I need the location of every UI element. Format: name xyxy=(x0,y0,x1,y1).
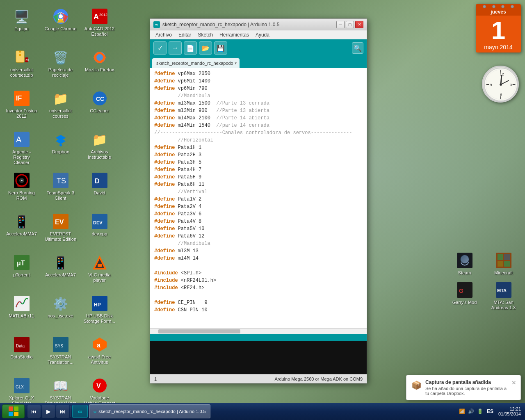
svg-point-3 xyxy=(59,14,63,18)
svg-text:IF: IF xyxy=(16,95,22,102)
taskbar-arduino-app[interactable]: ∞ sketch_receptor_mando_rc_hexapodo | Ar… xyxy=(89,404,210,418)
desktop-icon-ccleaner[interactable]: CC CCleaner xyxy=(82,88,117,127)
svg-rect-65 xyxy=(504,254,510,260)
svg-text:ZIP: ZIP xyxy=(25,58,29,62)
svg-text:μT: μT xyxy=(17,260,25,267)
taskbar: ⏮ ▶ ⏭ ∞ ∞ sketch_receptor_mando_rc_hexap… xyxy=(0,403,525,420)
window-controls: ─ □ ✕ xyxy=(336,21,363,28)
serial-monitor-button[interactable]: 🔍 xyxy=(352,42,363,54)
desktop-icon-steam[interactable]: Steam xyxy=(447,250,482,278)
desktop-icon-inventor[interactable]: IF Inventor Fusion 2012 xyxy=(4,88,39,127)
arduino-window: ∞ sketch_receptor_mando_rc_hexapodo | Ar… xyxy=(150,18,367,383)
minimize-button[interactable]: ─ xyxy=(336,21,345,28)
desktop-icon-teamspeak[interactable]: TS TeamSpeak 3 Client xyxy=(43,170,78,209)
verify-button[interactable]: ✓ xyxy=(153,41,167,55)
calendar-rings xyxy=(476,4,521,8)
desktop-icon-mta[interactable]: MTA MTA: San Andreas 1.3 xyxy=(486,280,521,313)
menu-sketch[interactable]: Sketch xyxy=(194,31,216,39)
calendar-month-year: mayo 2014 xyxy=(476,43,521,52)
desktop-icons-left: 🖥️ Equipo Google Chrome xyxy=(2,4,121,420)
menu-archivo[interactable]: Archivo xyxy=(152,31,175,39)
svg-rect-10 xyxy=(19,52,21,54)
desktop-icon-datastudio[interactable]: Data DataStudio xyxy=(4,334,39,373)
tab-dropdown-icon[interactable]: ▼ xyxy=(234,62,237,65)
new-button[interactable]: 📄 xyxy=(184,41,197,55)
svg-text:A: A xyxy=(16,135,22,144)
taskbar-arduino-icon[interactable]: ∞ xyxy=(72,405,88,418)
taskbar-media-previous[interactable]: ⏮ xyxy=(27,405,41,418)
desktop-icon-matlab[interactable]: MATLAB r11 xyxy=(4,293,39,332)
svg-text:DEV: DEV xyxy=(93,220,103,225)
svg-rect-67 xyxy=(504,261,510,267)
taskbar-media-next[interactable]: ⏭ xyxy=(56,405,69,418)
notification-close-button[interactable]: ✕ xyxy=(511,379,516,386)
desktop-icon-dropbox[interactable]: Dropbox xyxy=(43,129,78,168)
svg-text:NERO: NERO xyxy=(17,184,26,188)
upload-button[interactable]: → xyxy=(169,41,182,55)
svg-line-82 xyxy=(501,75,502,84)
svg-point-84 xyxy=(500,83,502,86)
tab-sketch[interactable]: sketch_receptor_mando_rc_hexapodo ▼ xyxy=(152,58,240,68)
svg-rect-66 xyxy=(498,261,503,267)
start-button[interactable] xyxy=(2,404,25,418)
calendar-day-number: 1 xyxy=(476,16,521,43)
desktop-icon-accelero2[interactable]: 📱 AcceleroMMA7 xyxy=(43,252,78,291)
svg-text:a: a xyxy=(97,342,100,349)
desktop-icon-universalkit-zip[interactable]: ZIP universalkit courses.zip xyxy=(4,47,39,86)
horizontal-scrollbar[interactable] xyxy=(150,328,367,334)
console-area xyxy=(150,341,367,374)
window-title: sketch_receptor_mando_rc_hexapodo | Ardu… xyxy=(162,22,336,27)
tray-volume-icon[interactable]: 🔊 xyxy=(468,408,475,415)
desktop-icon-firefox[interactable]: Mozilla Firefox xyxy=(82,47,117,86)
desktop-icon-nosuse[interactable]: ⚙️ nos_use.exe xyxy=(43,293,78,332)
desktop-icon-systran[interactable]: SYS SYSTRAN Translation... xyxy=(43,334,78,373)
tray-clock[interactable]: 12:21 01/05/2014 xyxy=(498,406,521,416)
code-content[interactable]: #define vp6Max 2050 #define vp6Mit 1400 … xyxy=(150,68,367,328)
tray-battery-icon[interactable]: 🔋 xyxy=(477,408,484,415)
desktop-icon-nero[interactable]: NERO Nero Burning ROM xyxy=(4,170,39,209)
desktop-icon-avast[interactable]: a avast! Free Antivirus xyxy=(82,334,117,373)
calendar-day-name: jueves xyxy=(476,8,521,16)
scroll-thumb[interactable] xyxy=(158,329,240,333)
desktop-icon-equipo[interactable]: 🖥️ Equipo xyxy=(4,6,39,45)
tray-language[interactable]: ES xyxy=(486,409,495,414)
notification-icon: 📦 xyxy=(411,379,422,391)
desktop-icon-garrys-mod[interactable]: G Garry's Mod xyxy=(447,280,482,313)
desktop-icon-accelero1[interactable]: 📱 AcceleroMMA7 xyxy=(4,211,39,250)
desktop-icon-everest[interactable]: EV EVEREST Ultimate Edition xyxy=(43,211,78,250)
taskbar-media-play[interactable]: ▶ xyxy=(42,405,55,418)
svg-text:HP: HP xyxy=(94,302,101,308)
svg-point-30 xyxy=(21,180,23,181)
svg-rect-44 xyxy=(98,264,102,267)
desktop-icon-utorrent[interactable]: μT µTorrent xyxy=(4,252,39,291)
svg-text:6: 6 xyxy=(500,92,502,97)
menu-ayuda[interactable]: Ayuda xyxy=(252,31,273,39)
desktop-icon-devcpp[interactable]: DEV dev.cpp xyxy=(82,211,117,250)
status-bar: 1 Arduino Mega 2560 or Mega ADK on COM9 xyxy=(150,374,367,383)
desktop: 🖥️ Equipo Google Chrome xyxy=(0,0,525,420)
desktop-icon-argente[interactable]: A Argente - Registry Cleaner xyxy=(4,129,39,168)
notification-content: Captura de pantalla añadida Se ha añadid… xyxy=(425,379,508,396)
tray-network-icon[interactable]: 📶 xyxy=(459,408,466,415)
menu-herramientas[interactable]: Herramientas xyxy=(216,31,252,39)
desktop-icon-archivos[interactable]: 📁 Archivos Instructable xyxy=(82,129,117,168)
save-button[interactable]: 💾 xyxy=(214,41,227,55)
svg-rect-34 xyxy=(92,173,107,188)
desktop-icon-universalkit[interactable]: 📁 universalkit courses xyxy=(43,88,78,127)
desktop-icon-vlc[interactable]: VLC media player xyxy=(82,252,117,291)
desktop-icon-autocad[interactable]: A 2012 AutoCAD 2012 Español xyxy=(82,6,117,45)
desktop-icon-papelera[interactable]: 🗑️ Papelera de reciclaje xyxy=(43,47,78,86)
svg-text:EV: EV xyxy=(55,219,64,226)
desktop-icon-david[interactable]: D David xyxy=(82,170,117,209)
notification-title: Captura de pantalla añadida xyxy=(425,379,508,385)
maximize-button[interactable]: □ xyxy=(346,21,354,28)
svg-text:2012: 2012 xyxy=(99,13,107,17)
open-button[interactable]: 📂 xyxy=(199,41,212,55)
desktop-icon-minecraft[interactable]: Minecraft xyxy=(486,250,521,278)
menu-editar[interactable]: Editar xyxy=(175,31,194,39)
svg-rect-64 xyxy=(498,254,503,260)
menu-bar: Archivo Editar Sketch Herramientas Ayuda xyxy=(150,30,367,39)
close-button[interactable]: ✕ xyxy=(355,21,363,28)
desktop-icon-chrome[interactable]: Google Chrome xyxy=(43,6,78,45)
desktop-icon-hp-usb[interactable]: HP HP USB Disk Storage Form... xyxy=(82,293,117,332)
